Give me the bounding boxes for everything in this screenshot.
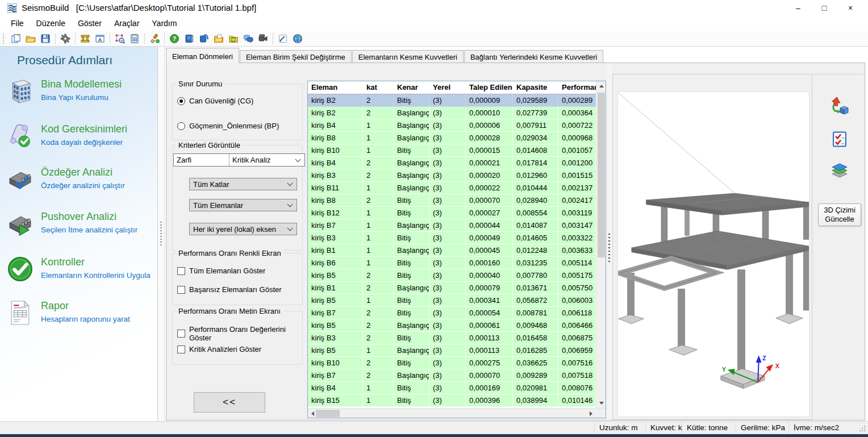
table-row[interactable]: kiriş B2 2 Başlangıç (3) 0,000010 0,0277… [308, 107, 596, 119]
menu-item[interactable]: Araçlar [108, 16, 145, 31]
checkbox-icon[interactable] [177, 267, 185, 275]
save-icon[interactable] [39, 32, 52, 45]
checkbox-icon[interactable] [177, 286, 185, 294]
tab[interactable]: Elemanların Kesme Kuvvetleri [352, 50, 464, 63]
show-all-elements-checkbox[interactable]: Tüm Elemanları Göster [177, 267, 265, 275]
table-row[interactable]: kiriş B6 1 Bitiş (3) 0,000160 0,031235 0… [308, 257, 596, 269]
radio-icon[interactable] [177, 97, 185, 105]
sidebar-item-subtitle[interactable]: Seçilen İtme analizini çalıştır [41, 226, 137, 234]
sidebar-item-subtitle[interactable]: Özdeğer analizini çalıştır [41, 181, 125, 190]
maximize-button[interactable]: □ [811, 0, 837, 16]
floors-dropdown[interactable]: Tüm Katlar [189, 178, 297, 190]
table-row[interactable]: kiriş B7 2 Bitiş (3) 0,000054 0,008781 0… [308, 307, 596, 319]
tab[interactable]: Eleman Birim Şekil Değiştirme [240, 50, 352, 63]
toolbar-grip[interactable] [2, 34, 5, 44]
update-3d-drawing-button[interactable]: 3D Çizimi Güncelle [818, 203, 861, 226]
show-failed-elements-checkbox[interactable]: Başarısız Elemanları Göster [177, 285, 282, 294]
column-header[interactable]: Performan [558, 81, 596, 94]
viewer-canvas[interactable]: Z X Y [617, 91, 809, 417]
tab[interactable]: Bağlantı Yerlerindeki Kesme Kuvvetleri [464, 50, 603, 63]
radio-collapse-prevention[interactable]: Göçmenin_Önlenmesi (BP) [177, 122, 279, 130]
check-updates-folder-icon[interactable] [227, 32, 240, 45]
license-pen-icon[interactable] [276, 32, 290, 45]
horizontal-scroll-thumb[interactable] [316, 410, 340, 417]
checkbox-icon[interactable] [177, 330, 185, 338]
manual-book-icon[interactable] [182, 32, 196, 45]
table-row[interactable]: kiriş B15 1 Bitiş (3) 0,000396 0,038994 … [308, 394, 596, 407]
frame-section-icon[interactable] [78, 32, 92, 45]
combo-left-value[interactable]: Zarfi [174, 154, 229, 166]
settings-gear-icon[interactable] [59, 32, 72, 45]
axes-dropdown[interactable]: Her iki yerel (lokal) eksen [189, 223, 297, 235]
radio-life-safety[interactable]: Can Güvenliği (CG) [177, 97, 253, 105]
menu-item[interactable]: File [5, 16, 30, 31]
table-row[interactable]: kiriş B2 2 Bitiş (3) 0,000009 0,029589 0… [308, 94, 596, 107]
table-row[interactable]: kiriş B11 1 Başlangıç (3) 0,000022 0,010… [308, 182, 596, 194]
table-row[interactable]: kiriş B5 2 Bitiş (3) 0,000040 0,007780 0… [308, 269, 596, 282]
format-brush-icon[interactable] [148, 32, 161, 45]
column-header[interactable]: Talep Edilen [466, 81, 513, 94]
open-project-icon[interactable] [24, 32, 37, 45]
examples-folder-icon[interactable] [212, 32, 226, 45]
scroll-down-icon[interactable] [596, 398, 606, 408]
resize-grip-icon[interactable] [859, 425, 866, 432]
show-critical-analyses-checkbox[interactable]: Kritik Analizleri Göster [177, 345, 261, 353]
sidebar-item-title[interactable]: Kontroller [41, 256, 151, 268]
table-row[interactable]: kiriş B8 2 Bitiş (3) 0,000070 0,028940 0… [308, 194, 596, 207]
chevron-down-icon[interactable] [287, 226, 293, 231]
tab[interactable]: Eleman Dönmeleri [166, 48, 239, 63]
sidebar-item-subtitle[interactable]: Bina Yapı Kurulumu [41, 93, 122, 102]
chevron-down-icon[interactable] [287, 202, 293, 207]
table-row[interactable]: kiriş B4 2 Başlangıç (3) 0,000021 0,0178… [308, 157, 596, 169]
forum-comments-icon[interactable] [241, 32, 255, 45]
scroll-up-icon[interactable] [596, 81, 606, 91]
rename-dialog-icon[interactable]: A [93, 32, 107, 45]
column-header[interactable]: Kenar [394, 81, 429, 94]
menu-item[interactable]: Göster [72, 16, 108, 31]
help-icon[interactable]: ? [168, 32, 181, 45]
close-button[interactable]: × [837, 0, 863, 16]
table-row[interactable]: kiriş B3 1 Bitiş (3) 0,000049 0,014605 0… [308, 232, 596, 244]
table-row[interactable]: kiriş B7 1 Başlangıç (3) 0,000044 0,0140… [308, 219, 596, 232]
column-header[interactable]: kat [363, 81, 394, 94]
chevron-down-icon[interactable] [295, 156, 301, 162]
checks-list-button[interactable] [830, 130, 849, 149]
video-tutorials-icon[interactable] [256, 32, 270, 45]
sidebar-item-checks[interactable]: Kontroller Elemanların Kontrollerini Uyg… [7, 256, 155, 282]
sidebar-splitter[interactable] [158, 47, 165, 421]
sidebar-item-subtitle[interactable]: Hesapların raporunu yarat [41, 315, 130, 323]
column-header[interactable]: Eleman [308, 81, 363, 94]
calculator-icon[interactable] [128, 32, 141, 45]
sidebar-item-title[interactable]: Rapor [41, 299, 130, 312]
vertical-scroll-thumb[interactable] [598, 93, 605, 257]
table-row[interactable]: kiriş B7 2 Başlangıç (3) 0,000070 0,0092… [308, 369, 596, 382]
minimize-button[interactable]: – [785, 0, 811, 16]
table-row[interactable]: kiriş B4 1 Başlangıç (3) 0,000006 0,0079… [308, 119, 596, 132]
scroll-right-icon[interactable] [586, 409, 596, 418]
criteria-combo[interactable]: Zarfi Kritik Analiz [173, 153, 305, 167]
sidebar-item-code-requirements[interactable]: Kod Gereksinimleri Koda dayalı değişkenl… [7, 123, 155, 149]
table-row[interactable]: kiriş B5 1 Bitiş (3) 0,000341 0,056872 0… [308, 294, 596, 307]
menu-item[interactable]: Düzenle [30, 16, 72, 31]
checkbox-icon[interactable] [177, 346, 185, 353]
viewer-splitter[interactable] [606, 63, 612, 420]
table-row[interactable]: kiriş B1 1 Başlangıç (3) 0,000045 0,0122… [308, 244, 596, 257]
layers-button[interactable] [830, 161, 849, 181]
sidebar-item-building-modelling[interactable]: Bina Modellemesi Bina Yapı Kurulumu [7, 78, 155, 105]
table-row[interactable]: kiriş B1 2 Başlangıç (3) 0,000079 0,0136… [308, 282, 596, 294]
table-row[interactable]: kiriş B10 2 Bitiş (3) 0,000275 0,036625 … [308, 357, 596, 369]
sidebar-item-report[interactable]: Rapor Hesapların raporunu yarat [7, 299, 155, 326]
sidebar-item-eigenvalue[interactable]: Özdeğer Analizi Özdeğer analizini çalışt… [7, 166, 155, 193]
sidebar-item-subtitle[interactable]: Koda dayalı değişkenler [41, 138, 127, 147]
sidebar-item-subtitle[interactable]: Elemanların Kontrollerini Uygula [41, 271, 151, 280]
table-row[interactable]: kiriş B12 1 Bitiş (3) 0,000027 0,008554 … [308, 207, 596, 219]
tutorial-book-icon[interactable] [197, 32, 211, 45]
deformed-shape-button[interactable] [830, 96, 849, 115]
combo-right-value[interactable]: Kritik Analiz [229, 154, 296, 166]
show-ratio-values-checkbox[interactable]: Performans Oranı Değerlerini Göster [177, 325, 302, 342]
menu-item[interactable]: Yardım [145, 16, 183, 31]
horizontal-scrollbar[interactable] [308, 408, 606, 418]
website-globe-icon[interactable] [291, 32, 304, 45]
sidebar-item-title[interactable]: Kod Gereksinimleri [41, 123, 127, 135]
view-nodes-icon[interactable] [113, 32, 127, 45]
